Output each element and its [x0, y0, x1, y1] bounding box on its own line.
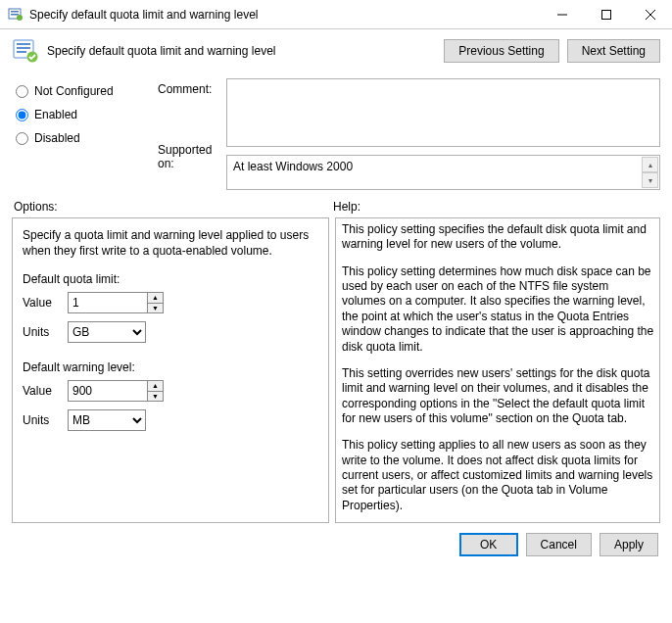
header-title: Specify default quota limit and warning … [47, 44, 444, 58]
ok-button[interactable]: OK [459, 533, 518, 556]
quota-value-input[interactable]: ▲▼ [68, 292, 164, 313]
spin-down-icon[interactable]: ▼ [148, 304, 163, 313]
cancel-button[interactable]: Cancel [526, 533, 592, 556]
radio-not-configured-input[interactable] [16, 85, 28, 98]
comment-label: Comment: [158, 82, 212, 96]
help-label: Help: [333, 200, 658, 214]
quota-value-spinner[interactable]: ▲▼ [147, 293, 163, 312]
header-row: Specify default quota limit and warning … [0, 29, 672, 74]
units-label: Units [23, 325, 68, 339]
options-panel: Specify a quota limit and warning level … [12, 217, 329, 523]
radio-enabled-input[interactable] [16, 109, 28, 121]
svg-rect-1 [11, 11, 19, 13]
svg-rect-9 [17, 43, 30, 45]
state-radio-group: Not Configured Enabled Disabled [16, 78, 158, 190]
radio-enabled[interactable]: Enabled [16, 108, 158, 121]
warning-value-field[interactable] [69, 381, 147, 401]
radio-label: Disabled [34, 131, 80, 145]
policy-icon [10, 35, 41, 67]
supported-on-box: At least Windows 2000 ▴▾ [226, 155, 660, 190]
radio-label: Enabled [34, 108, 77, 121]
app-icon [8, 7, 24, 23]
warning-value-input[interactable]: ▲▼ [68, 380, 164, 402]
next-setting-button[interactable]: Next Setting [567, 39, 660, 63]
window-controls [540, 0, 672, 28]
comment-textarea[interactable] [226, 78, 660, 147]
supported-scroll[interactable]: ▴▾ [642, 157, 658, 188]
spin-down-icon[interactable]: ▼ [148, 392, 163, 402]
quota-value-field[interactable] [69, 293, 147, 312]
options-description: Specify a quota limit and warning level … [23, 228, 318, 259]
radio-not-configured[interactable]: Not Configured [16, 84, 158, 98]
minimize-button[interactable] [540, 0, 584, 28]
help-paragraph: This setting overrides new users' settin… [342, 366, 655, 426]
quota-limit-heading: Default quota limit: [23, 272, 318, 286]
help-text[interactable]: This policy setting specifies the defaul… [342, 222, 659, 518]
spin-up-icon[interactable]: ▲ [148, 381, 163, 392]
supported-on-label: Supported on: [158, 143, 226, 170]
warning-value-spinner[interactable]: ▲▼ [147, 381, 163, 401]
help-paragraph: This policy setting determines how much … [342, 264, 655, 355]
help-paragraph: This policy setting specifies the defaul… [342, 222, 655, 253]
quota-units-select[interactable]: GB [68, 321, 146, 343]
titlebar: Specify default quota limit and warning … [0, 0, 672, 29]
spin-up-icon[interactable]: ▲ [148, 293, 163, 304]
value-label: Value [23, 296, 68, 310]
previous-setting-button[interactable]: Previous Setting [444, 39, 558, 63]
help-paragraph: This policy setting applies to all new u… [342, 438, 655, 513]
radio-disabled[interactable]: Disabled [16, 131, 158, 145]
radio-label: Not Configured [34, 84, 114, 98]
warning-level-heading: Default warning level: [23, 360, 318, 374]
supported-on-text: At least Windows 2000 [233, 160, 353, 173]
options-label: Options: [14, 200, 333, 214]
svg-rect-5 [601, 10, 610, 19]
svg-point-3 [17, 15, 23, 21]
maximize-button[interactable] [584, 0, 628, 28]
help-panel: This policy setting specifies the defaul… [335, 217, 660, 523]
svg-rect-11 [17, 51, 26, 53]
close-button[interactable] [628, 0, 672, 28]
warning-units-select[interactable]: MB [68, 409, 146, 431]
svg-rect-10 [17, 47, 30, 49]
radio-disabled-input[interactable] [16, 132, 28, 145]
dialog-footer: OK Cancel Apply [0, 523, 672, 566]
value-label: Value [23, 384, 68, 398]
apply-button[interactable]: Apply [600, 533, 658, 556]
units-label: Units [23, 413, 68, 427]
window-title: Specify default quota limit and warning … [29, 8, 540, 22]
svg-rect-2 [11, 14, 19, 16]
